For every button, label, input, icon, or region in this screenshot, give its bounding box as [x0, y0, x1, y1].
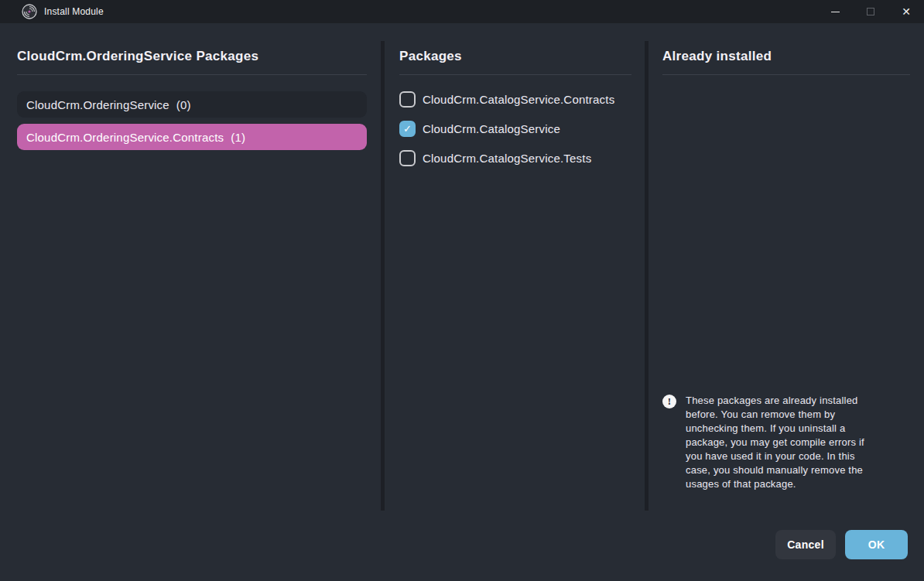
packages-pane: Packages ✓ CloudCrm.CatalogService.Contr…: [399, 23, 631, 166]
maximize-button[interactable]: [853, 0, 888, 23]
window-controls: ✕: [817, 0, 924, 23]
module-item-orderingservice[interactable]: CloudCrm.OrderingService (0): [17, 91, 367, 118]
module-item-count: (0): [176, 98, 191, 111]
package-label: CloudCrm.CatalogService: [423, 122, 560, 135]
modules-pane: CloudCrm.OrderingService Packages CloudC…: [17, 23, 367, 150]
minimize-icon: [831, 12, 840, 12]
module-item-label: CloudCrm.OrderingService: [26, 98, 169, 111]
ok-button[interactable]: OK: [845, 530, 908, 559]
info-note: ! These packages are already installed b…: [662, 394, 895, 491]
close-button[interactable]: ✕: [888, 0, 924, 23]
close-icon: ✕: [902, 6, 911, 17]
install-module-dialog: { "window": { "title": "Install Module" …: [0, 0, 924, 581]
package-label: CloudCrm.CatalogService.Tests: [423, 152, 591, 165]
checkbox-icon[interactable]: ✓: [399, 150, 416, 166]
module-list: CloudCrm.OrderingService (0) CloudCrm.Or…: [17, 91, 367, 150]
package-row-catalogservice-tests[interactable]: ✓ CloudCrm.CatalogService.Tests: [399, 150, 631, 166]
modules-pane-title: CloudCrm.OrderingService Packages: [17, 49, 367, 75]
module-item-orderingservice-contracts[interactable]: CloudCrm.OrderingService.Contracts (1): [17, 124, 367, 150]
already-installed-pane-title: Already installed: [662, 49, 910, 75]
module-item-count: (1): [231, 131, 245, 144]
checkbox-icon[interactable]: ✓: [399, 91, 416, 108]
titlebar: Install Module ✕: [0, 0, 924, 23]
info-note-text: These packages are already installed bef…: [686, 394, 874, 491]
package-row-catalogservice[interactable]: ✓ CloudCrm.CatalogService: [399, 121, 631, 137]
package-label: CloudCrm.CatalogService.Contracts: [423, 93, 614, 106]
window-title: Install Module: [44, 6, 104, 17]
cancel-button[interactable]: Cancel: [775, 530, 836, 559]
package-list: ✓ CloudCrm.CatalogService.Contracts ✓ Cl…: [399, 91, 631, 166]
maximize-icon: [867, 8, 874, 15]
column-divider-2: [645, 41, 649, 511]
module-item-label: CloudCrm.OrderingService.Contracts: [26, 131, 224, 144]
checkbox-icon[interactable]: ✓: [399, 121, 416, 137]
minimize-button[interactable]: [817, 0, 853, 23]
column-divider-1: [381, 41, 385, 511]
already-installed-pane: Already installed ! These packages are a…: [662, 23, 910, 75]
package-row-catalogservice-contracts[interactable]: ✓ CloudCrm.CatalogService.Contracts: [399, 91, 631, 108]
app-logo-icon: [22, 4, 37, 19]
info-icon: !: [662, 395, 676, 408]
packages-pane-title: Packages: [399, 49, 631, 75]
